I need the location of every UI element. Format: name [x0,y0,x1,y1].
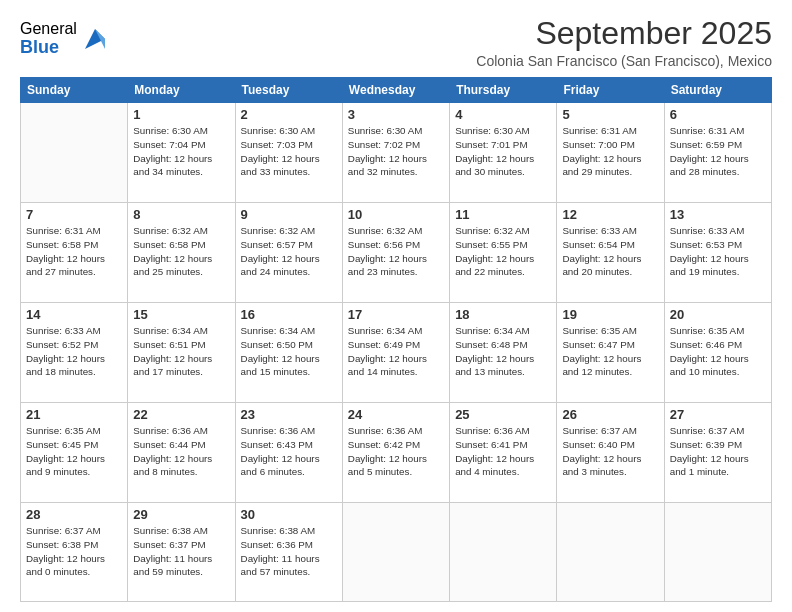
day-info: Sunrise: 6:36 AMSunset: 6:43 PMDaylight:… [241,424,337,479]
day-number: 16 [241,307,337,322]
day-info: Sunrise: 6:38 AMSunset: 6:37 PMDaylight:… [133,524,229,579]
day-number: 4 [455,107,551,122]
table-row: 11Sunrise: 6:32 AMSunset: 6:55 PMDayligh… [450,203,557,303]
day-info: Sunrise: 6:35 AMSunset: 6:45 PMDaylight:… [26,424,122,479]
day-info: Sunrise: 6:38 AMSunset: 6:36 PMDaylight:… [241,524,337,579]
table-row: 13Sunrise: 6:33 AMSunset: 6:53 PMDayligh… [664,203,771,303]
subtitle: Colonia San Francisco (San Francisco), M… [476,53,772,69]
header-sunday: Sunday [21,78,128,103]
day-info: Sunrise: 6:33 AMSunset: 6:53 PMDaylight:… [670,224,766,279]
table-row: 25Sunrise: 6:36 AMSunset: 6:41 PMDayligh… [450,403,557,503]
table-row: 3Sunrise: 6:30 AMSunset: 7:02 PMDaylight… [342,103,449,203]
day-info: Sunrise: 6:34 AMSunset: 6:49 PMDaylight:… [348,324,444,379]
table-row: 16Sunrise: 6:34 AMSunset: 6:50 PMDayligh… [235,303,342,403]
day-number: 10 [348,207,444,222]
day-number: 29 [133,507,229,522]
table-row: 21Sunrise: 6:35 AMSunset: 6:45 PMDayligh… [21,403,128,503]
day-number: 18 [455,307,551,322]
day-info: Sunrise: 6:33 AMSunset: 6:52 PMDaylight:… [26,324,122,379]
day-info: Sunrise: 6:32 AMSunset: 6:57 PMDaylight:… [241,224,337,279]
table-row: 7Sunrise: 6:31 AMSunset: 6:58 PMDaylight… [21,203,128,303]
day-info: Sunrise: 6:30 AMSunset: 7:03 PMDaylight:… [241,124,337,179]
day-info: Sunrise: 6:34 AMSunset: 6:48 PMDaylight:… [455,324,551,379]
table-row: 6Sunrise: 6:31 AMSunset: 6:59 PMDaylight… [664,103,771,203]
calendar-table: Sunday Monday Tuesday Wednesday Thursday… [20,77,772,602]
logo-icon [81,25,109,53]
day-number: 26 [562,407,658,422]
day-number: 20 [670,307,766,322]
day-number: 13 [670,207,766,222]
table-row [450,503,557,602]
logo: General Blue [20,20,109,57]
day-number: 8 [133,207,229,222]
day-info: Sunrise: 6:31 AMSunset: 6:58 PMDaylight:… [26,224,122,279]
table-row: 9Sunrise: 6:32 AMSunset: 6:57 PMDaylight… [235,203,342,303]
table-row: 24Sunrise: 6:36 AMSunset: 6:42 PMDayligh… [342,403,449,503]
day-number: 28 [26,507,122,522]
table-row: 1Sunrise: 6:30 AMSunset: 7:04 PMDaylight… [128,103,235,203]
day-number: 24 [348,407,444,422]
table-row: 19Sunrise: 6:35 AMSunset: 6:47 PMDayligh… [557,303,664,403]
day-number: 2 [241,107,337,122]
day-info: Sunrise: 6:32 AMSunset: 6:56 PMDaylight:… [348,224,444,279]
day-info: Sunrise: 6:31 AMSunset: 6:59 PMDaylight:… [670,124,766,179]
day-info: Sunrise: 6:35 AMSunset: 6:47 PMDaylight:… [562,324,658,379]
day-info: Sunrise: 6:30 AMSunset: 7:02 PMDaylight:… [348,124,444,179]
day-number: 6 [670,107,766,122]
table-row: 22Sunrise: 6:36 AMSunset: 6:44 PMDayligh… [128,403,235,503]
month-title: September 2025 [476,16,772,51]
header-tuesday: Tuesday [235,78,342,103]
table-row: 20Sunrise: 6:35 AMSunset: 6:46 PMDayligh… [664,303,771,403]
day-info: Sunrise: 6:34 AMSunset: 6:50 PMDaylight:… [241,324,337,379]
day-info: Sunrise: 6:30 AMSunset: 7:04 PMDaylight:… [133,124,229,179]
calendar-header-row: Sunday Monday Tuesday Wednesday Thursday… [21,78,772,103]
day-number: 3 [348,107,444,122]
day-number: 23 [241,407,337,422]
table-row: 14Sunrise: 6:33 AMSunset: 6:52 PMDayligh… [21,303,128,403]
day-number: 15 [133,307,229,322]
table-row: 5Sunrise: 6:31 AMSunset: 7:00 PMDaylight… [557,103,664,203]
table-row: 18Sunrise: 6:34 AMSunset: 6:48 PMDayligh… [450,303,557,403]
page: General Blue September 2025 Colonia San … [0,0,792,612]
day-info: Sunrise: 6:32 AMSunset: 6:58 PMDaylight:… [133,224,229,279]
day-number: 25 [455,407,551,422]
day-info: Sunrise: 6:36 AMSunset: 6:44 PMDaylight:… [133,424,229,479]
table-row: 27Sunrise: 6:37 AMSunset: 6:39 PMDayligh… [664,403,771,503]
title-block: September 2025 Colonia San Francisco (Sa… [476,16,772,69]
day-number: 7 [26,207,122,222]
day-info: Sunrise: 6:30 AMSunset: 7:01 PMDaylight:… [455,124,551,179]
day-number: 30 [241,507,337,522]
table-row: 23Sunrise: 6:36 AMSunset: 6:43 PMDayligh… [235,403,342,503]
header-wednesday: Wednesday [342,78,449,103]
day-info: Sunrise: 6:37 AMSunset: 6:40 PMDaylight:… [562,424,658,479]
header-saturday: Saturday [664,78,771,103]
day-number: 19 [562,307,658,322]
table-row: 26Sunrise: 6:37 AMSunset: 6:40 PMDayligh… [557,403,664,503]
logo-blue: Blue [20,38,77,58]
table-row: 28Sunrise: 6:37 AMSunset: 6:38 PMDayligh… [21,503,128,602]
header: General Blue September 2025 Colonia San … [20,16,772,69]
table-row: 15Sunrise: 6:34 AMSunset: 6:51 PMDayligh… [128,303,235,403]
table-row: 12Sunrise: 6:33 AMSunset: 6:54 PMDayligh… [557,203,664,303]
day-number: 17 [348,307,444,322]
day-info: Sunrise: 6:36 AMSunset: 6:42 PMDaylight:… [348,424,444,479]
day-number: 14 [26,307,122,322]
table-row: 29Sunrise: 6:38 AMSunset: 6:37 PMDayligh… [128,503,235,602]
day-info: Sunrise: 6:32 AMSunset: 6:55 PMDaylight:… [455,224,551,279]
day-number: 22 [133,407,229,422]
day-info: Sunrise: 6:35 AMSunset: 6:46 PMDaylight:… [670,324,766,379]
day-info: Sunrise: 6:37 AMSunset: 6:39 PMDaylight:… [670,424,766,479]
table-row [21,103,128,203]
day-info: Sunrise: 6:37 AMSunset: 6:38 PMDaylight:… [26,524,122,579]
table-row: 4Sunrise: 6:30 AMSunset: 7:01 PMDaylight… [450,103,557,203]
day-info: Sunrise: 6:33 AMSunset: 6:54 PMDaylight:… [562,224,658,279]
logo-text: General Blue [20,20,77,57]
header-friday: Friday [557,78,664,103]
logo-general: General [20,20,77,38]
table-row: 10Sunrise: 6:32 AMSunset: 6:56 PMDayligh… [342,203,449,303]
header-monday: Monday [128,78,235,103]
day-number: 11 [455,207,551,222]
day-info: Sunrise: 6:34 AMSunset: 6:51 PMDaylight:… [133,324,229,379]
day-number: 27 [670,407,766,422]
table-row [557,503,664,602]
